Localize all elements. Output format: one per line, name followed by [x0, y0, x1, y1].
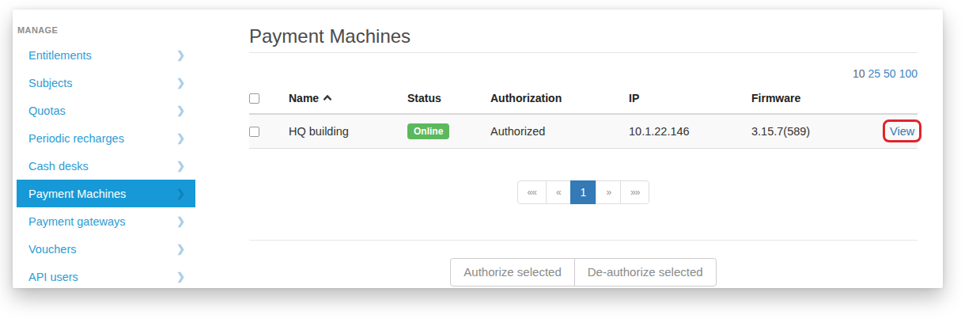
- deauthorize-selected-button[interactable]: De-authorize selected: [574, 258, 717, 286]
- sidebar-item-label: Entitlements: [28, 49, 92, 62]
- sidebar-section-label: MANAGE: [17, 25, 195, 41]
- page-size-50[interactable]: 50: [884, 67, 896, 80]
- sidebar-item-payment-machines[interactable]: Payment Machines❯: [17, 180, 195, 207]
- status-badge: Online: [407, 123, 449, 139]
- sidebar-item-periodic-recharges[interactable]: Periodic recharges❯: [17, 124, 195, 152]
- sidebar-item-label: Payment gateways: [28, 215, 126, 228]
- page-size-10[interactable]: 10: [853, 67, 865, 80]
- sidebar-item-label: Payment Machines: [28, 188, 126, 200]
- title-divider: [249, 52, 918, 53]
- column-header-firmware[interactable]: Firmware: [751, 85, 890, 114]
- cell-name: HQ building: [289, 114, 407, 149]
- sidebar-item-quotas[interactable]: Quotas❯: [17, 97, 195, 124]
- bulk-actions: Authorize selected De-authorize selected: [249, 258, 918, 286]
- payment-machines-table: Name Status Authorization IP Firmware HQ…: [249, 85, 918, 149]
- pagination-page-1[interactable]: 1: [570, 180, 597, 204]
- main-content: Payment Machines 102550100 Name Status A…: [249, 27, 918, 286]
- view-link[interactable]: View: [890, 125, 914, 138]
- chevron-right-icon: ❯: [176, 161, 185, 171]
- select-all-checkbox[interactable]: [249, 93, 259, 104]
- sidebar-item-entitlements[interactable]: Entitlements❯: [17, 41, 195, 69]
- sidebar-item-subjects[interactable]: Subjects❯: [17, 69, 195, 97]
- column-header-name[interactable]: Name: [289, 85, 407, 114]
- pagination: «««1»»»: [249, 180, 918, 204]
- sidebar: MANAGE Entitlements❯Subjects❯Quotas❯Peri…: [17, 25, 195, 290]
- chevron-right-icon: ❯: [176, 50, 185, 60]
- cell-authorization: Authorized: [490, 114, 629, 149]
- chevron-right-icon: ❯: [176, 133, 185, 143]
- column-header-ip[interactable]: IP: [629, 85, 751, 114]
- page-title: Payment Machines: [249, 27, 918, 46]
- panel-card: MANAGE Entitlements❯Subjects❯Quotas❯Peri…: [13, 9, 943, 288]
- sidebar-item-cash-desks[interactable]: Cash desks❯: [17, 152, 195, 180]
- pagination-last[interactable]: »»: [620, 180, 649, 204]
- chevron-right-icon: ❯: [176, 271, 185, 282]
- sidebar-item-label: API users: [28, 271, 78, 283]
- page-size-25[interactable]: 25: [868, 67, 880, 80]
- table-header-row: Name Status Authorization IP Firmware: [249, 85, 918, 114]
- authorize-selected-button[interactable]: Authorize selected: [450, 258, 574, 286]
- column-header-authorization[interactable]: Authorization: [490, 85, 629, 114]
- sort-ascending-icon: [323, 94, 332, 101]
- chevron-right-icon: ❯: [176, 216, 185, 226]
- section-divider: [249, 240, 918, 241]
- page-size-100[interactable]: 100: [899, 67, 918, 80]
- column-header-status[interactable]: Status: [407, 85, 490, 114]
- sidebar-item-label: Vouchers: [28, 243, 76, 256]
- sidebar-item-vouchers[interactable]: Vouchers❯: [17, 235, 195, 263]
- chevron-right-icon: ❯: [176, 188, 185, 199]
- sidebar-item-label: Periodic recharges: [28, 132, 124, 145]
- sidebar-item-api-users[interactable]: API users❯: [17, 263, 195, 290]
- table-row: HQ building Online Authorized 10.1.22.14…: [249, 114, 918, 149]
- sidebar-menu: Entitlements❯Subjects❯Quotas❯Periodic re…: [17, 41, 195, 290]
- pagination-next[interactable]: »: [596, 180, 621, 204]
- chevron-right-icon: ❯: [176, 105, 185, 116]
- cell-ip: 10.1.22.146: [629, 114, 751, 149]
- chevron-right-icon: ❯: [176, 78, 185, 88]
- chevron-right-icon: ❯: [176, 244, 185, 254]
- page-size-selector: 102550100: [249, 67, 918, 80]
- pagination-prev[interactable]: «: [546, 180, 571, 204]
- row-checkbox[interactable]: [249, 127, 259, 137]
- sidebar-item-label: Subjects: [28, 77, 73, 89]
- sidebar-item-payment-gateways[interactable]: Payment gateways❯: [17, 207, 195, 235]
- cell-firmware: 3.15.7(589): [751, 114, 890, 149]
- pagination-first[interactable]: ««: [517, 180, 547, 204]
- sidebar-item-label: Cash desks: [28, 160, 89, 173]
- sidebar-item-label: Quotas: [28, 104, 66, 117]
